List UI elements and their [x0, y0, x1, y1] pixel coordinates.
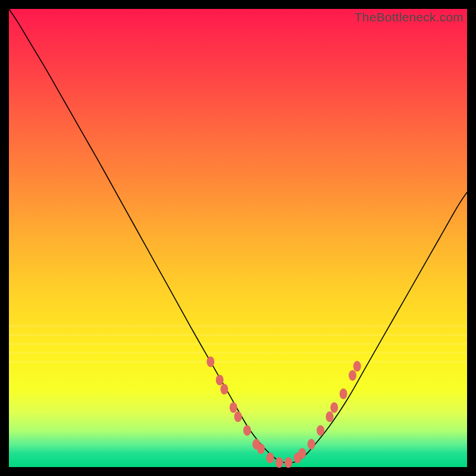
data-dot — [284, 457, 292, 468]
data-dot — [206, 356, 214, 367]
data-dot — [230, 402, 237, 413]
chart-frame: TheBottleneck.com — [9, 9, 467, 467]
data-dot — [298, 448, 306, 459]
data-dot — [257, 443, 265, 454]
data-dot — [275, 457, 283, 468]
data-dot — [216, 375, 224, 386]
bottleneck-curve — [9, 9, 467, 467]
data-dot — [234, 411, 242, 422]
data-dot — [266, 453, 274, 464]
data-dot — [326, 411, 334, 422]
data-dot — [308, 439, 315, 450]
data-dot — [340, 389, 347, 399]
data-dot — [353, 361, 361, 372]
data-dot — [330, 402, 338, 413]
data-dot — [317, 425, 324, 436]
data-dot — [243, 425, 251, 436]
data-dot — [220, 384, 228, 394]
data-dot — [349, 370, 356, 381]
